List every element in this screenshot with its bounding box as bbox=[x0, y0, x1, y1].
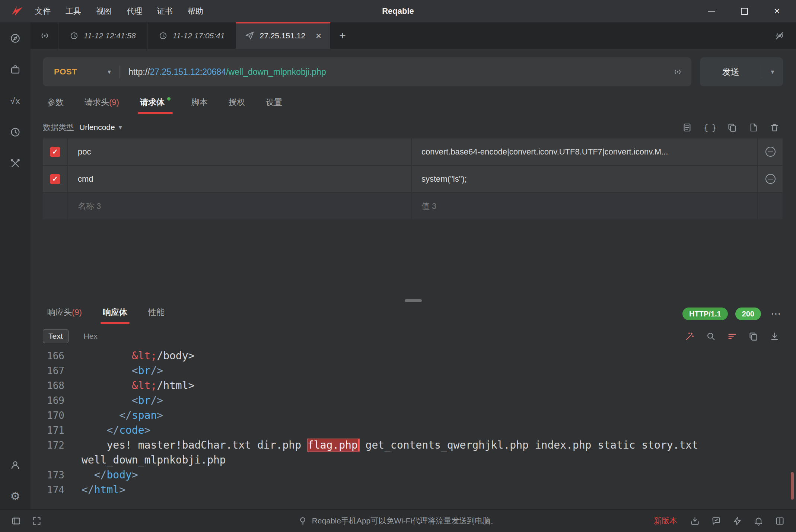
active-request-tab[interactable]: 27.25.151.12 × bbox=[236, 22, 330, 49]
collections-icon[interactable] bbox=[9, 63, 22, 76]
menu-item-5[interactable]: 帮助 bbox=[180, 0, 211, 22]
reqable-window: 文件工具视图代理证书帮助 Reqable × √x bbox=[0, 0, 796, 532]
feedback-icon[interactable] bbox=[711, 516, 721, 526]
code-segment: /body> bbox=[157, 350, 194, 362]
code-line: 171 </code> bbox=[31, 423, 796, 438]
request-tabs: 参数请求头(9)请求体脚本授权设置 bbox=[47, 97, 796, 114]
code-segment: body bbox=[106, 469, 131, 481]
checkbox-checked-icon[interactable]: ✓ bbox=[50, 147, 60, 157]
menu-item-3[interactable]: 代理 bbox=[119, 0, 150, 22]
line-number: 172 bbox=[31, 438, 82, 453]
remove-param-icon[interactable] bbox=[765, 147, 776, 157]
history-tab-0[interactable]: 11-12 12:41:58 bbox=[58, 22, 147, 49]
tools-icon[interactable] bbox=[9, 157, 22, 170]
url-broadcast-icon bbox=[673, 67, 691, 77]
capture-disabled-icon[interactable] bbox=[774, 22, 796, 49]
settings-gear-icon[interactable]: ⚙ bbox=[9, 490, 22, 503]
format-lines-icon[interactable] bbox=[727, 331, 737, 341]
param-remove-cell[interactable] bbox=[758, 166, 783, 192]
send-options-chevron-icon[interactable]: ▾ bbox=[762, 68, 783, 76]
new-tab-button[interactable]: + bbox=[330, 22, 355, 49]
response-body-view[interactable]: 166 &lt;/body>167 <br/>168 &lt;/html>169… bbox=[31, 348, 796, 509]
broadcast-capture-icon[interactable] bbox=[31, 22, 58, 49]
magic-wand-icon[interactable] bbox=[685, 331, 695, 341]
copy-icon[interactable] bbox=[748, 331, 758, 341]
menu-item-2[interactable]: 视图 bbox=[89, 0, 119, 22]
menu-item-1[interactable]: 工具 bbox=[58, 0, 89, 22]
history-icon[interactable] bbox=[9, 126, 22, 138]
new-version-link[interactable]: 新版本 bbox=[654, 516, 677, 526]
history-tab-1[interactable]: 11-12 17:05:41 bbox=[147, 22, 236, 49]
request-tab-params[interactable]: 参数 bbox=[47, 97, 64, 114]
view-mode-hex[interactable]: Hex bbox=[78, 329, 103, 343]
menu-item-0[interactable]: 文件 bbox=[28, 0, 58, 22]
download-icon[interactable] bbox=[770, 331, 780, 341]
history-tab-label: 11-12 12:41:58 bbox=[84, 31, 136, 40]
tab-close-button[interactable]: × bbox=[316, 31, 321, 41]
code-text: yes! master!badChar.txt dir.php flag.php… bbox=[82, 438, 796, 468]
notifications-bell-icon[interactable] bbox=[754, 516, 764, 526]
datatype-label: 数据类型 bbox=[43, 122, 74, 133]
param-name-field[interactable]: 名称 3 bbox=[68, 193, 411, 219]
datatype-dropdown[interactable]: Urlencode ▾ bbox=[79, 123, 122, 132]
line-number: 167 bbox=[31, 363, 82, 378]
request-bar: POST ▾ http://27.25.151.12:20684/well_do… bbox=[43, 57, 783, 86]
url-host: 27.25.151.12 bbox=[150, 67, 200, 77]
pane-splitter-handle[interactable] bbox=[405, 299, 422, 302]
param-name-field[interactable]: poc bbox=[68, 138, 411, 165]
view-mode-text[interactable]: Text bbox=[43, 329, 69, 343]
toggle-panel-icon[interactable] bbox=[11, 516, 21, 526]
menu-item-4[interactable]: 证书 bbox=[150, 0, 180, 22]
file-icon[interactable] bbox=[748, 122, 758, 133]
param-remove-cell bbox=[758, 193, 783, 219]
response-tabs: 响应头(9)响应体性能 bbox=[47, 307, 165, 324]
account-icon[interactable] bbox=[9, 459, 22, 471]
code-segment: > bbox=[157, 409, 163, 421]
request-tab-headers[interactable]: 请求头(9) bbox=[85, 97, 119, 114]
traffic-compass-icon[interactable] bbox=[9, 32, 22, 45]
download-box-icon[interactable] bbox=[690, 516, 700, 526]
response-tab-body[interactable]: 响应体 bbox=[103, 307, 127, 324]
remove-param-icon[interactable] bbox=[765, 174, 776, 184]
close-button[interactable]: × bbox=[771, 6, 783, 17]
split-view-icon[interactable] bbox=[775, 516, 785, 526]
maximize-button[interactable] bbox=[739, 6, 750, 17]
param-value-field[interactable]: 值 3 bbox=[412, 193, 757, 219]
request-tab-script[interactable]: 脚本 bbox=[191, 97, 208, 114]
param-checkbox-cell[interactable]: ✓ bbox=[43, 138, 67, 165]
param-value-field[interactable]: convert.base64-encode|convert.iconv.UTF8… bbox=[412, 138, 757, 165]
code-line: 174</html> bbox=[31, 482, 796, 497]
datatype-value: Urlencode bbox=[79, 123, 115, 132]
param-remove-cell[interactable] bbox=[758, 138, 783, 165]
code-segment: /> bbox=[150, 364, 163, 377]
response-tab-headers[interactable]: 响应头(9) bbox=[47, 307, 82, 324]
param-checkbox-cell[interactable]: ✓ bbox=[43, 166, 67, 192]
minimize-button[interactable] bbox=[706, 6, 717, 17]
param-value-field[interactable]: system("ls"); bbox=[412, 166, 757, 192]
request-tab-body[interactable]: 请求体 bbox=[140, 97, 171, 114]
more-options-icon[interactable]: ⋯ bbox=[771, 309, 781, 319]
delete-icon[interactable] bbox=[770, 122, 780, 133]
param-name-field[interactable]: cmd bbox=[68, 166, 411, 192]
copy-icon[interactable] bbox=[727, 122, 737, 133]
line-number: 168 bbox=[31, 378, 82, 393]
response-tab-label: 响应头 bbox=[47, 308, 72, 317]
method-dropdown[interactable]: POST ▾ bbox=[43, 67, 119, 77]
send-button[interactable]: 发送 ▾ bbox=[700, 57, 783, 86]
param-checkbox-cell bbox=[43, 193, 67, 219]
body-toolbar: { } bbox=[682, 122, 780, 133]
request-tab-auth[interactable]: 授权 bbox=[229, 97, 245, 114]
response-tab-performance[interactable]: 性能 bbox=[148, 307, 165, 324]
checkbox-checked-icon[interactable]: ✓ bbox=[50, 174, 60, 184]
braces-icon[interactable]: { } bbox=[703, 123, 716, 132]
code-segment: > bbox=[119, 484, 125, 496]
url-input[interactable]: http://27.25.151.12:20684/well_down_mlpn… bbox=[120, 67, 673, 77]
request-tab-settings[interactable]: 设置 bbox=[266, 97, 282, 114]
fit-screen-icon[interactable] bbox=[32, 516, 42, 526]
search-icon[interactable] bbox=[706, 331, 716, 341]
formula-icon[interactable]: √x bbox=[9, 95, 22, 107]
scrollbar-thumb[interactable] bbox=[791, 472, 794, 500]
boost-icon[interactable] bbox=[732, 516, 742, 526]
request-tab-label: 请求体 bbox=[140, 98, 165, 107]
document-view-icon[interactable] bbox=[682, 122, 692, 133]
